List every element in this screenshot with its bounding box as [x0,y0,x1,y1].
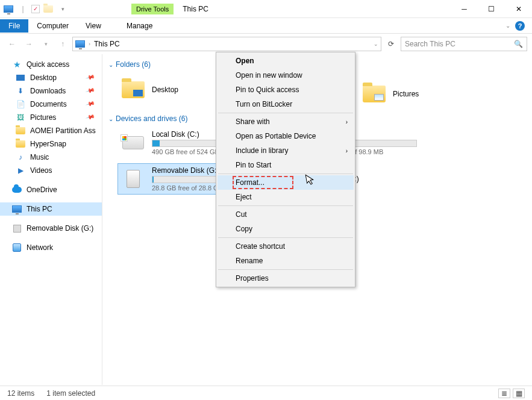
sidebar-item-documents[interactable]: 📄 Documents 📌 [0,98,102,111]
network-icon [12,243,22,252]
ctx-separator [218,113,353,113]
ctx-label: Format... [236,178,264,187]
sidebar-item-videos[interactable]: ▶ Videos [0,164,102,177]
folder-desktop[interactable]: Desktop [118,73,221,106]
refresh-button[interactable]: ⟳ [384,37,398,51]
ctx-pin-start[interactable]: Pin to Start [217,158,354,172]
up-button[interactable]: ↑ [55,37,70,51]
ctx-open-new-window[interactable]: Open in new window [217,68,354,83]
breadcrumb-chevron-icon[interactable]: › [89,41,90,47]
qat-divider-icon: | [17,3,29,15]
ctx-cut[interactable]: Cut [217,207,354,222]
ribbon-tabs: File Computer View Manage ⌄ ? [0,18,532,34]
ctx-pin-quick-access[interactable]: Pin to Quick access [217,83,354,97]
sidebar-item-downloads[interactable]: ⬇ Downloads 📌 [0,84,102,98]
sidebar-label: Documents [30,100,67,108]
ctx-separator [218,205,353,206]
status-bar: 12 items 1 item selected ≣ ▦ [0,386,532,400]
breadcrumb-location[interactable]: This PC [94,40,120,48]
tab-manage[interactable]: Manage [118,19,161,33]
sidebar-item-onedrive[interactable]: OneDrive [0,183,102,196]
ctx-separator [218,237,353,238]
ctx-rename[interactable]: Rename [217,254,354,268]
location-this-pc-icon [75,40,85,48]
pin-icon: 📌 [86,98,99,110]
sidebar-label: Pictures [30,113,56,122]
ctx-open-portable[interactable]: Open as Portable Device [217,129,354,143]
recent-dropdown-icon[interactable]: ▾ [39,37,53,51]
forward-button[interactable]: → [22,37,36,51]
ctx-share-with[interactable]: Share with› [217,114,354,129]
ctx-label: Share with [236,117,270,126]
sidebar-item-aomei[interactable]: AOMEI Partition Ass [0,124,102,137]
documents-icon: 📄 [16,99,25,109]
ctx-format[interactable]: Format... [217,175,354,190]
status-selected-count: 1 item selected [46,389,95,398]
folder-icon [16,126,25,136]
search-placeholder: Search This PC [405,40,455,48]
search-icon[interactable]: 🔍 [514,40,523,48]
sidebar-label: Downloads [30,87,66,95]
ctx-bitlocker[interactable]: Turn on BitLocker [217,97,354,111]
sidebar-label: This PC [27,205,52,213]
folder-icon [16,139,25,149]
new-folder-qat-icon[interactable] [42,3,54,15]
chevron-down-icon: ⌄ [108,61,113,68]
section-label: Folders (6) [116,60,151,69]
ctx-copy[interactable]: Copy [217,222,354,236]
ctx-properties[interactable]: Properties [217,271,354,286]
qat-dropdown-icon[interactable]: ▾ [57,3,69,15]
sidebar-item-removable-disk[interactable]: Removable Disk (G:) [0,222,102,235]
sidebar-item-network[interactable]: Network [0,241,102,254]
close-button[interactable]: ✕ [505,0,532,18]
sidebar-item-this-pc[interactable]: This PC [0,202,102,216]
properties-check-icon[interactable]: ✓ [31,5,40,13]
sidebar-item-pictures[interactable]: 🖼 Pictures 📌 [0,111,102,124]
sidebar-label: OneDrive [27,186,57,194]
back-button[interactable]: ← [5,37,19,51]
navigation-pane: ★ Quick access Desktop 📌 ⬇ Downloads 📌 📄… [0,54,102,385]
this-pc-icon [2,3,14,15]
ctx-include-library[interactable]: Include in library› [217,143,354,158]
tab-file[interactable]: File [0,19,28,33]
desktop-icon [16,73,25,83]
sidebar-item-desktop[interactable]: Desktop 📌 [0,71,102,84]
pictures-folder-icon [361,83,387,105]
ctx-create-shortcut[interactable]: Create shortcut [217,239,354,254]
this-pc-icon [12,204,22,214]
title-bar: | ✓ ▾ Drive Tools This PC ─ ☐ ✕ [0,0,532,18]
ribbon-expand-icon[interactable]: ⌄ [505,22,510,29]
minimize-button[interactable]: ─ [451,0,478,18]
details-view-button[interactable]: ≣ [498,389,510,398]
quick-access-toolbar: | ✓ ▾ [0,3,71,15]
sidebar-item-hypersnap[interactable]: HyperSnap [0,137,102,151]
tab-view[interactable]: View [77,19,110,33]
hdd-icon [120,132,146,154]
window-controls: ─ ☐ ✕ [451,0,532,18]
quick-access-icon: ★ [12,60,22,69]
tab-computer[interactable]: Computer [28,19,77,33]
maximize-button[interactable]: ☐ [478,0,505,18]
submenu-arrow-icon: › [346,148,348,154]
downloads-icon: ⬇ [16,86,25,96]
ctx-open[interactable]: Open [217,54,354,68]
folder-label: Pictures [393,90,419,98]
help-icon[interactable]: ? [515,21,525,31]
sidebar-item-quick-access[interactable]: ★ Quick access [0,58,102,71]
sidebar-item-music[interactable]: ♪ Music [0,151,102,164]
search-input[interactable]: Search This PC 🔍 [401,37,527,51]
address-dropdown-icon[interactable]: ⌄ [374,41,378,47]
large-icons-view-button[interactable]: ▦ [513,389,525,398]
address-bar[interactable]: › This PC ⌄ [72,37,381,51]
contextual-tab-drive-tools: Drive Tools [131,4,174,14]
pictures-icon: 🖼 [16,113,25,122]
status-item-count: 12 items [7,389,34,398]
folder-pictures[interactable]: Pictures [359,82,462,106]
sidebar-label: Removable Disk (G:) [27,224,93,233]
pin-icon: 📌 [86,72,99,84]
ctx-label: Include in library [236,146,288,155]
ctx-eject[interactable]: Eject [217,190,354,204]
folder-label: Desktop [152,86,178,94]
sidebar-label: Network [27,243,53,252]
ctx-separator [218,269,353,270]
